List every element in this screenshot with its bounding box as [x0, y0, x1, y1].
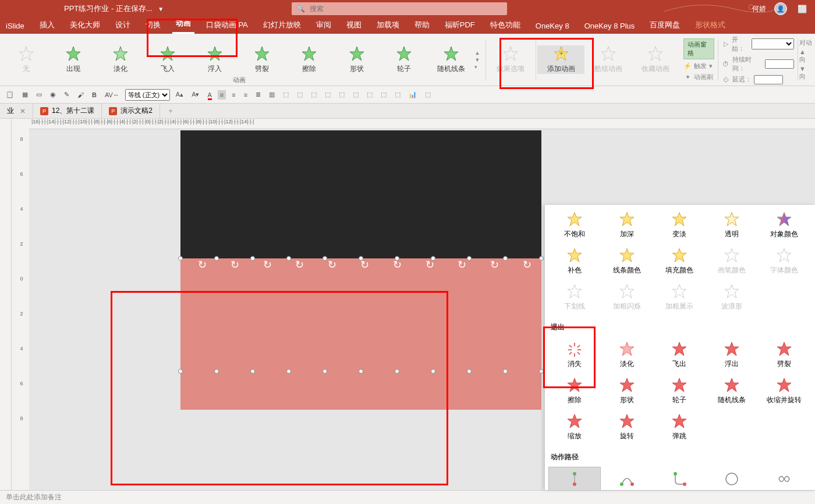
qat-btn[interactable]: ⬚	[309, 90, 319, 100]
search-box[interactable]: 🔍	[292, 2, 507, 15]
rotate-handle[interactable]: ↻	[198, 258, 211, 271]
exit-fade[interactable]: 淡化	[601, 337, 653, 373]
doc-tab-1[interactable]: P12、第十二课	[33, 104, 102, 118]
anim-wheel[interactable]: 轮子	[380, 45, 427, 74]
emph-object-color[interactable]: 对象颜色	[758, 207, 810, 243]
exit-floatout[interactable]: 浮出	[706, 337, 758, 373]
emph-desaturate[interactable]: 不饱和	[548, 207, 601, 243]
exit-flyout[interactable]: 飞出	[653, 337, 706, 373]
anim-fade[interactable]: 淡化	[97, 45, 144, 74]
align-center-button[interactable]: ≡	[229, 90, 238, 100]
search-input[interactable]	[310, 5, 502, 13]
emph-complement[interactable]: 补色	[548, 243, 601, 279]
qat-btn[interactable]: ⬚	[378, 90, 389, 100]
user-avatar[interactable]: 👤	[774, 2, 787, 15]
anim-wipe[interactable]: 擦除	[286, 45, 333, 74]
path-loop[interactable]: 循环	[758, 467, 810, 490]
exit-wipe[interactable]: 擦除	[548, 373, 601, 409]
qat-btn[interactable]: ⬚	[323, 90, 333, 100]
anim-floatin[interactable]: 浮入	[192, 45, 239, 74]
emph-fill-color[interactable]: 填充颜色	[653, 243, 706, 279]
tab-beautify[interactable]: 美化大师	[66, 17, 104, 34]
doc-tab-2[interactable]: P演示文稿2	[102, 104, 160, 118]
timing-start[interactable]: ▷开始：	[720, 35, 796, 54]
tab-foxit[interactable]: 福昕PDF	[441, 17, 479, 34]
tab-review[interactable]: 审阅	[313, 17, 335, 34]
anim-split[interactable]: 劈裂	[239, 45, 286, 74]
anim-shape[interactable]: 形状	[333, 45, 380, 74]
qat-btn[interactable]: ⬚	[392, 90, 403, 100]
exit-bounce[interactable]: 弹跳	[653, 409, 706, 445]
anim-painter-button[interactable]: ✦动画刷	[681, 72, 717, 82]
doc-tab-0[interactable]: 业✕	[0, 104, 33, 118]
new-doc-button[interactable]: ＋	[160, 104, 181, 118]
tab-design[interactable]: 设计	[112, 17, 134, 34]
qat-btn[interactable]: 🖌	[75, 90, 86, 100]
font-select[interactable]: 等线 (正文)	[125, 89, 170, 101]
notes-pane[interactable]: 单击此处添加备注	[0, 490, 815, 504]
align-justify-button[interactable]: ≣	[253, 90, 263, 100]
qat-btn[interactable]: ⬚	[336, 90, 347, 100]
tab-shape-format[interactable]: 形状格式	[692, 17, 729, 34]
anim-none[interactable]: 无	[2, 45, 49, 74]
anim-flyin[interactable]: 飞入	[144, 45, 191, 74]
path-arc[interactable]: 弧形	[601, 467, 653, 490]
qat-btn[interactable]: ◉	[48, 90, 58, 100]
path-line[interactable]: 直线	[548, 467, 601, 490]
font-shrink-button[interactable]: A▾	[189, 90, 201, 100]
char-spacing-button[interactable]: AV↔	[102, 90, 122, 100]
anim-gallery-scroll[interactable]: ▲▼▾	[474, 50, 484, 70]
exit-disappear[interactable]: 消失	[548, 337, 601, 373]
exit-wheel[interactable]: 轮子	[653, 373, 706, 409]
exit-zoom[interactable]: 缩放	[548, 409, 601, 445]
emph-transparent[interactable]: 透明	[706, 207, 758, 243]
tab-islide[interactable]: iSlide	[2, 19, 28, 34]
align-left-button[interactable]: ≡	[218, 90, 226, 100]
tab-view[interactable]: 视图	[343, 17, 365, 34]
qat-btn[interactable]: ▦	[20, 90, 30, 100]
tab-animation[interactable]: 动画	[172, 16, 194, 34]
fav-anim-button[interactable]: 收藏动画	[632, 45, 679, 74]
chart-button[interactable]: 📊	[406, 90, 419, 100]
qat-btn[interactable]: ⬚	[423, 90, 433, 100]
close-icon[interactable]: ✕	[20, 107, 26, 115]
align-right-button[interactable]: ≡	[242, 90, 250, 100]
exit-shape[interactable]: 形状	[601, 373, 653, 409]
animation-pane-button[interactable]: 动画窗格	[683, 38, 714, 59]
bold-button[interactable]: B	[90, 90, 99, 100]
timing-delay[interactable]: ⏲延迟：	[720, 74, 796, 85]
slide-thumbnails[interactable]	[0, 119, 12, 490]
ribbon-display-button[interactable]: ⬜	[795, 3, 809, 15]
add-animation-button[interactable]: +添加动画	[537, 45, 584, 74]
qat-btn[interactable]: ⬚	[295, 90, 305, 100]
tab-slideshow[interactable]: 幻灯片放映	[260, 17, 304, 34]
effect-options-button[interactable]: 效果选项	[487, 45, 534, 74]
tab-baidu[interactable]: 百度网盘	[646, 17, 683, 34]
qat-btn[interactable]: ✎	[62, 90, 72, 100]
path-turn[interactable]: 转弯	[653, 467, 706, 490]
selected-shapes[interactable]	[180, 258, 541, 410]
exit-random-bars[interactable]: 随机线条	[706, 373, 758, 409]
emph-lighten[interactable]: 变淡	[653, 207, 706, 243]
tab-addins[interactable]: 加载项	[373, 17, 403, 34]
exit-split[interactable]: 劈裂	[758, 337, 810, 373]
tab-special[interactable]: 特色功能	[487, 17, 524, 34]
qat-btn[interactable]: ⬚	[350, 90, 361, 100]
qat-btn[interactable]: ▭	[34, 90, 44, 100]
tab-help[interactable]: 帮助	[411, 17, 433, 34]
timing-duration[interactable]: ⏱持续时间：	[720, 55, 796, 73]
columns-button[interactable]: ▥	[267, 90, 277, 100]
trigger-button[interactable]: ⚡触发 ▾	[681, 61, 717, 71]
tab-onekey8[interactable]: OneKey 8	[532, 19, 573, 34]
anim-appear[interactable]: 出现	[49, 45, 97, 74]
exit-spin[interactable]: 旋转	[601, 409, 653, 445]
path-shape[interactable]: 形状	[706, 467, 758, 490]
emph-darken[interactable]: 加深	[601, 207, 653, 243]
qat-btn[interactable]: 📋	[3, 90, 16, 100]
qat-btn[interactable]: ⬚	[281, 90, 291, 100]
qat-btn[interactable]: ⬚	[364, 90, 375, 100]
tab-insert[interactable]: 插入	[36, 17, 58, 34]
anim-random-bars[interactable]: 随机线条	[427, 45, 474, 74]
slide[interactable]: ↻↻↻↻↻↻↻↻↻↻↻	[180, 130, 541, 410]
cool-anim-button[interactable]: 酷炫动画	[584, 45, 632, 74]
